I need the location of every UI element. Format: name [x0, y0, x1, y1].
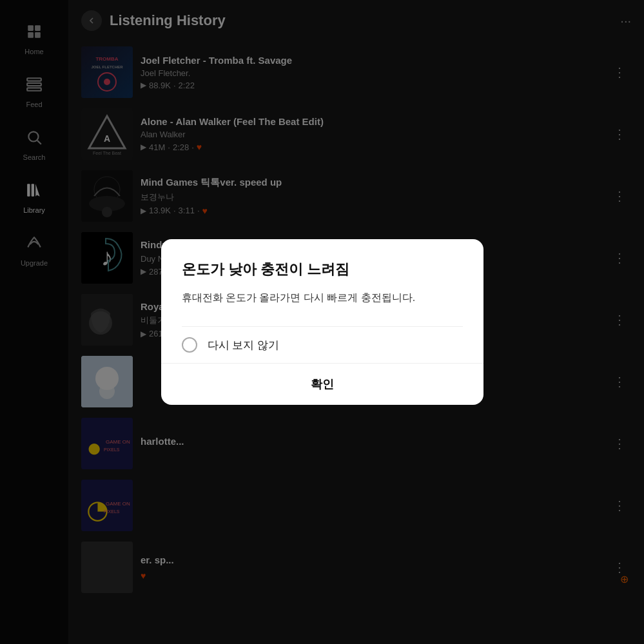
- dialog-title: 온도가 낮아 충전이 느려짐: [182, 260, 463, 279]
- modal-overlay: 온도가 낮아 충전이 느려짐 휴대전화 온도가 올라가면 다시 빠르게 충전됩니…: [0, 0, 644, 644]
- dialog-checkbox-label: 다시 보지 않기: [208, 338, 279, 353]
- dialog-confirm-button[interactable]: 확인: [161, 363, 483, 405]
- dialog-checkbox[interactable]: [182, 337, 197, 353]
- dialog-checkbox-row: 다시 보지 않기: [182, 326, 463, 363]
- dialog: 온도가 낮아 충전이 느려짐 휴대전화 온도가 올라가면 다시 빠르게 충전됩니…: [161, 239, 483, 405]
- dialog-body: 휴대전화 온도가 올라가면 다시 빠르게 충전됩니다.: [182, 289, 463, 306]
